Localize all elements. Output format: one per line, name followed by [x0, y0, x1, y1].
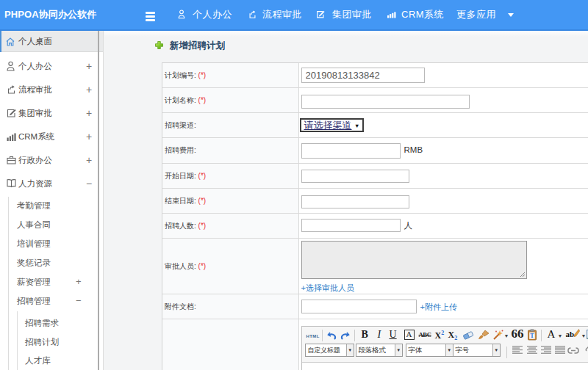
svg-text:T: T: [530, 333, 534, 339]
